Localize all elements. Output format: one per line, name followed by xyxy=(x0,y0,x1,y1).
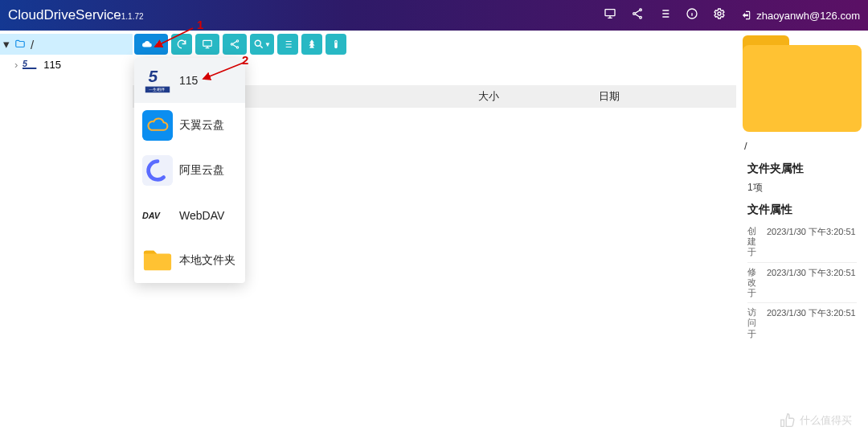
folder-icon xyxy=(13,39,27,50)
cloud-icon xyxy=(140,39,154,50)
tree-item-115[interactable]: › 5 115 xyxy=(0,55,133,74)
dropdown-item-tianyi[interactable]: 天翼云盘 xyxy=(134,103,245,148)
svg-rect-0 xyxy=(605,10,615,16)
dropdown-item-aliyun[interactable]: 阿里云盘 xyxy=(134,148,245,193)
list-icon xyxy=(282,39,293,50)
dropdown-item-local[interactable]: 本地文件夹 xyxy=(134,238,245,283)
share-icon xyxy=(229,39,240,50)
svg-point-11 xyxy=(236,47,238,48)
prop-modified: 修改于2023/1/30 下午3:20:51 xyxy=(747,263,857,304)
properties-panel: / 文件夹属性 1项 文件属性 创建于2023/1/30 下午3:20:51 修… xyxy=(736,31,868,439)
watermark: 什么值得买 xyxy=(779,412,852,429)
app-title: CloudDriveService1.1.72 xyxy=(8,7,144,23)
logout-icon xyxy=(740,10,751,21)
search-button[interactable]: ▼ xyxy=(250,34,274,55)
svg-text:一生相伴: 一生相伴 xyxy=(149,87,165,92)
toolbar: ▼ ▼ xyxy=(133,31,736,58)
115-icon: 5一生相伴 xyxy=(142,65,173,96)
col-date[interactable]: 日期 xyxy=(599,89,719,104)
watermark-text: 什么值得买 xyxy=(800,413,852,428)
thumbs-up-icon xyxy=(779,412,796,429)
115-icon: 5 xyxy=(23,58,39,71)
tree-item-label: 115 xyxy=(43,59,61,71)
share-icon[interactable] xyxy=(631,7,644,23)
mount-button[interactable] xyxy=(195,34,219,55)
chevron-right-icon: › xyxy=(14,59,18,71)
folder-preview xyxy=(736,31,868,137)
svg-rect-7 xyxy=(23,68,36,69)
file-props-title: 文件属性 xyxy=(747,203,857,217)
sidebar-tree: ▾ / › 5 115 xyxy=(0,31,133,439)
item-count: 1项 xyxy=(747,181,857,195)
dropdown-item-label: WebDAV xyxy=(179,209,224,222)
caret-down-icon: ▼ xyxy=(156,40,163,48)
dropdown-item-label: 本地文件夹 xyxy=(179,253,235,268)
dropdown-item-label: 天翼云盘 xyxy=(179,118,224,133)
about-button[interactable] xyxy=(326,34,346,55)
col-size[interactable]: 大小 xyxy=(478,89,599,104)
svg-text:DAV: DAV xyxy=(142,211,161,220)
app-header: CloudDriveService1.1.72 zhaoyanwh@126.co… xyxy=(0,0,868,31)
webdav-icon: DAV xyxy=(142,200,173,231)
notify-button[interactable] xyxy=(301,34,322,55)
svg-text:5: 5 xyxy=(23,59,28,68)
dropdown-item-webdav[interactable]: DAV WebDAV xyxy=(134,193,245,238)
user-account[interactable]: zhaoyanwh@126.com xyxy=(740,10,860,22)
search-icon xyxy=(253,39,264,50)
svg-point-10 xyxy=(231,43,232,45)
refresh-icon xyxy=(176,39,187,50)
share-button[interactable] xyxy=(223,34,247,55)
main-area: ▼ ▼ 5一生相伴 115 天翼云盘 阿里云盘 DAV xyxy=(133,31,736,439)
path-display: / xyxy=(736,137,868,155)
dropdown-item-label: 115 xyxy=(179,74,198,87)
caret-down-icon: ▼ xyxy=(264,41,271,48)
svg-point-14 xyxy=(335,41,337,43)
folder-icon xyxy=(142,245,173,276)
monitor-icon xyxy=(202,39,213,50)
gear-icon[interactable] xyxy=(713,7,726,23)
chevron-down-icon: ▾ xyxy=(3,37,10,51)
svg-point-2 xyxy=(633,13,636,15)
refresh-button[interactable] xyxy=(171,34,192,55)
tree-root-label: / xyxy=(31,38,34,51)
svg-text:5: 5 xyxy=(149,67,158,85)
svg-point-5 xyxy=(718,12,721,15)
tree-root[interactable]: ▾ / xyxy=(0,34,133,55)
svg-point-9 xyxy=(236,40,238,42)
prop-created: 创建于2023/1/30 下午3:20:51 xyxy=(747,222,857,263)
folder-props-title: 文件夹属性 xyxy=(747,162,857,176)
app-title-text: CloudDriveService xyxy=(8,7,121,23)
user-email: zhaoyanwh@126.com xyxy=(756,10,860,22)
cloud-dropdown: 5一生相伴 115 天翼云盘 阿里云盘 DAV WebDAV 本地文件夹 xyxy=(134,58,245,283)
folder-big-icon xyxy=(743,35,862,132)
tianyi-icon xyxy=(142,110,173,141)
svg-rect-8 xyxy=(203,40,212,46)
dropdown-item-label: 阿里云盘 xyxy=(179,163,224,178)
app-version: 1.1.72 xyxy=(121,12,144,21)
info-icon[interactable] xyxy=(686,7,698,23)
info-icon xyxy=(330,39,342,50)
monitor-icon[interactable] xyxy=(604,7,616,23)
prop-accessed: 访问于2023/1/30 下午3:20:51 xyxy=(747,303,857,343)
list-icon[interactable] xyxy=(658,7,671,23)
header-icons: zhaoyanwh@126.com xyxy=(604,7,860,23)
dropdown-item-115[interactable]: 5一生相伴 115 xyxy=(134,58,245,103)
svg-point-1 xyxy=(640,9,642,11)
aliyun-icon xyxy=(142,155,173,186)
tasks-button[interactable] xyxy=(277,34,298,55)
add-cloud-button[interactable]: ▼ xyxy=(134,34,168,55)
svg-point-12 xyxy=(255,40,260,46)
svg-point-3 xyxy=(640,16,642,18)
tree-icon xyxy=(306,39,317,50)
